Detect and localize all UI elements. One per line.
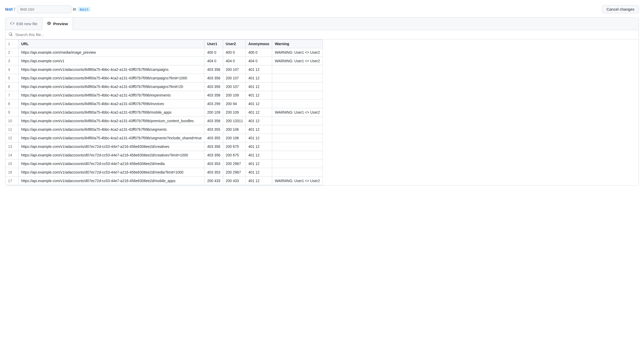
breadcrumb: test / in main — [5, 5, 91, 13]
eye-icon — [47, 21, 51, 26]
filename-input[interactable] — [17, 5, 71, 13]
header-row: test / in main Cancel changes — [5, 5, 639, 13]
cell-user2: 200 433 — [223, 177, 246, 185]
table-row: 15https://api.example.com/v1/adaccounts/… — [5, 160, 323, 168]
search-icon — [9, 32, 13, 37]
line-number: 16 — [5, 168, 18, 177]
line-number: 3 — [5, 57, 18, 65]
line-number: 1 — [5, 40, 18, 48]
cell-user1: 403 356 — [204, 151, 223, 160]
cell-user1: 403 353 — [204, 168, 223, 177]
cell-user1: 403 358 — [204, 117, 223, 125]
table-row: 6https://api.example.com/v1/adaccounts/8… — [5, 82, 323, 91]
table-row: 11https://api.example.com/v1/adaccounts/… — [5, 125, 323, 134]
cell-url: https://api.example.com/media/image_prev… — [18, 48, 204, 57]
cell-anonymous: 401 12 — [246, 91, 272, 100]
cell-user2: 200 107 — [223, 74, 246, 82]
line-number: 6 — [5, 82, 18, 91]
branch-label[interactable]: main — [78, 7, 91, 12]
cell-anonymous: 401 12 — [246, 82, 272, 91]
line-number: 17 — [5, 177, 18, 185]
cell-user2: 200 2987 — [223, 160, 246, 168]
cell-user1: 403 356 — [204, 65, 223, 74]
line-number: 4 — [5, 65, 18, 74]
cancel-changes-button[interactable]: Cancel changes — [602, 5, 639, 13]
table-row: 3https://api.example.com/v1404 0404 0404… — [5, 57, 323, 65]
cell-warning: WARNING: User1 <> User2 — [272, 57, 323, 65]
cell-warning — [272, 82, 323, 91]
cell-user2: 200 106 — [223, 134, 246, 142]
cell-warning — [272, 168, 323, 177]
cell-url: https://api.example.com/v1/adaccounts/d0… — [18, 160, 204, 168]
cell-user2: 200 13311 — [223, 117, 246, 125]
tab-edit[interactable]: Edit new file — [5, 18, 42, 30]
cell-user1: 403 356 — [204, 74, 223, 82]
tab-preview[interactable]: Preview — [42, 18, 73, 30]
cell-warning — [272, 160, 323, 168]
cell-anonymous: 401 12 — [246, 100, 272, 108]
line-number: 10 — [5, 117, 18, 125]
cell-anonymous: 401 12 — [246, 108, 272, 117]
cell-user1: 403 355 — [204, 125, 223, 134]
cell-url: https://api.example.com/v1/adaccounts/84… — [18, 74, 204, 82]
tab-preview-label: Preview — [53, 22, 68, 26]
table-row: 2https://api.example.com/media/image_pre… — [5, 48, 323, 57]
cell-user2: 200 675 — [223, 142, 246, 151]
cell-anonymous: 401 12 — [246, 160, 272, 168]
cell-user1: 200 433 — [204, 177, 223, 185]
table-row: 16https://api.example.com/v1/adaccounts/… — [5, 168, 323, 177]
table-row: 10https://api.example.com/v1/adaccounts/… — [5, 117, 323, 125]
in-label: in — [73, 7, 76, 12]
cell-warning — [272, 125, 323, 134]
cell-warning — [272, 134, 323, 142]
cell-user1: 404 0 — [204, 57, 223, 65]
cell-user1: 403 353 — [204, 160, 223, 168]
column-header: Anonymous — [246, 40, 272, 48]
cell-user2: 200 107 — [223, 65, 246, 74]
cell-url: https://api.example.com/v1/adaccounts/84… — [18, 65, 204, 74]
line-number: 9 — [5, 108, 18, 117]
table-row: 7https://api.example.com/v1/adaccounts/8… — [5, 91, 323, 100]
table-row: 14https://api.example.com/v1/adaccounts/… — [5, 151, 323, 160]
table-row: 5https://api.example.com/v1/adaccounts/8… — [5, 74, 323, 82]
cell-warning — [272, 100, 323, 108]
cell-url: https://api.example.com/v1/adaccounts/84… — [18, 134, 204, 142]
cell-user1: 403 356 — [204, 82, 223, 91]
tab-edit-label: Edit new file — [16, 22, 37, 26]
cell-anonymous: 401 12 — [246, 134, 272, 142]
table-row: 17https://api.example.com/v1/adaccounts/… — [5, 177, 323, 185]
cell-url: https://api.example.com/v1/adaccounts/84… — [18, 91, 204, 100]
column-header: User2 — [223, 40, 246, 48]
cell-warning — [272, 65, 323, 74]
cell-anonymous: 401 12 — [246, 177, 272, 185]
cell-url: https://api.example.com/v1/adaccounts/d0… — [18, 151, 204, 160]
cell-user1: 403 356 — [204, 142, 223, 151]
cell-user2: 200 2987 — [223, 168, 246, 177]
breadcrumb-separator: / — [14, 7, 15, 12]
search-row — [5, 30, 639, 39]
search-input[interactable] — [15, 32, 635, 37]
cell-warning — [272, 117, 323, 125]
cell-user2: 200 106 — [223, 125, 246, 134]
cell-user1: 403 358 — [204, 91, 223, 100]
cell-warning — [272, 74, 323, 82]
table-row: 13https://api.example.com/v1/adaccounts/… — [5, 142, 323, 151]
cell-url: https://api.example.com/v1/adaccounts/d0… — [18, 168, 204, 177]
table-row: 8https://api.example.com/v1/adaccounts/8… — [5, 100, 323, 108]
cell-anonymous: 401 12 — [246, 125, 272, 134]
line-number: 14 — [5, 151, 18, 160]
cell-user2: 200 107 — [223, 82, 246, 91]
cell-anonymous: 401 12 — [246, 142, 272, 151]
cell-anonymous: 404 0 — [246, 57, 272, 65]
line-number: 15 — [5, 160, 18, 168]
breadcrumb-root-link[interactable]: test — [5, 7, 12, 12]
cell-url: https://api.example.com/v1/adaccounts/84… — [18, 117, 204, 125]
cell-warning — [272, 91, 323, 100]
line-number: 2 — [5, 48, 18, 57]
line-number: 8 — [5, 100, 18, 108]
cell-anonymous: 401 12 — [246, 65, 272, 74]
line-number: 11 — [5, 125, 18, 134]
csv-table-wrap: 1URLUser1User2AnonymousWarning2https://a… — [5, 39, 639, 185]
cell-anonymous: 401 12 — [246, 151, 272, 160]
cell-url: https://api.example.com/v1 — [18, 57, 204, 65]
